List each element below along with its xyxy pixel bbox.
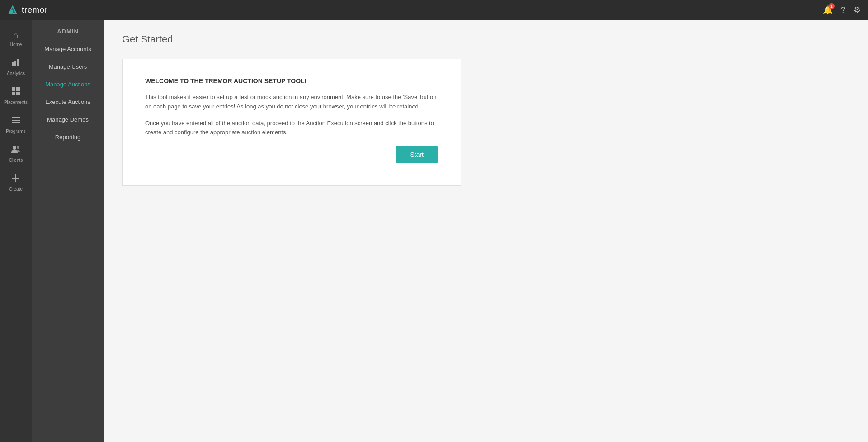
help-icon[interactable]: ? — [841, 5, 845, 15]
notification-icon[interactable]: 🔔 1 — [823, 5, 833, 15]
welcome-card: WELCOME TO THE TREMOR AUCTION SETUP TOOL… — [122, 59, 461, 186]
sidebar-item-reporting[interactable]: Reporting — [32, 128, 104, 146]
sidebar-item-create[interactable]: Create — [0, 168, 32, 197]
svg-point-14 — [17, 146, 19, 149]
welcome-paragraph-1: This tool makes it easier to set up a te… — [145, 93, 438, 112]
topbar: tremor 🔔 1 ? ⚙ — [0, 0, 868, 20]
sidebar-create-label: Create — [9, 187, 23, 192]
home-icon: ⌂ — [13, 30, 19, 40]
sidebar-item-manage-accounts[interactable]: Manage Accounts — [32, 40, 104, 58]
sidebar-icons: ⌂ Home Analytics Placements — [0, 20, 32, 442]
app-brand: tremor — [22, 5, 48, 15]
start-button-container: Start — [145, 146, 438, 163]
svg-rect-6 — [12, 87, 15, 91]
sidebar-placements-label: Placements — [4, 100, 28, 105]
main-layout: ⌂ Home Analytics Placements — [0, 20, 868, 442]
svg-rect-5 — [17, 59, 19, 66]
welcome-paragraph-2: Once you have entered all of the auction… — [145, 119, 438, 138]
placements-icon — [11, 87, 20, 98]
sidebar-clients-label: Clients — [9, 158, 23, 163]
sidebar-item-clients[interactable]: Clients — [0, 139, 32, 168]
start-button[interactable]: Start — [396, 146, 438, 163]
sidebar-analytics-label: Analytics — [7, 71, 25, 76]
welcome-heading: WELCOME TO THE TREMOR AUCTION SETUP TOOL… — [145, 77, 438, 85]
svg-rect-2 — [10, 10, 13, 14]
svg-point-13 — [13, 146, 16, 150]
svg-rect-9 — [16, 92, 20, 95]
notification-badge: 1 — [829, 3, 835, 9]
sidebar-item-analytics[interactable]: Analytics — [0, 52, 32, 81]
svg-rect-11 — [12, 120, 20, 121]
sidebar-item-programs[interactable]: Programs — [0, 110, 32, 139]
admin-sidebar: ADMIN Manage Accounts Manage Users Manag… — [32, 20, 104, 442]
sidebar-item-manage-demos[interactable]: Manage Demos — [32, 111, 104, 128]
sidebar-item-manage-auctions[interactable]: Manage Auctions — [32, 75, 104, 93]
sidebar-item-manage-users[interactable]: Manage Users — [32, 58, 104, 75]
create-icon — [11, 174, 20, 185]
admin-sidebar-title: ADMIN — [32, 20, 104, 40]
svg-rect-4 — [14, 61, 16, 66]
svg-rect-10 — [12, 117, 20, 118]
settings-icon[interactable]: ⚙ — [854, 5, 861, 15]
topbar-right: 🔔 1 ? ⚙ — [823, 5, 861, 15]
svg-rect-8 — [12, 92, 15, 95]
programs-icon — [11, 116, 20, 127]
clients-icon — [11, 145, 20, 156]
sidebar-home-label: Home — [10, 42, 22, 47]
sidebar-item-placements[interactable]: Placements — [0, 81, 32, 110]
svg-rect-7 — [16, 87, 20, 91]
sidebar-item-execute-auctions[interactable]: Execute Auctions — [32, 93, 104, 111]
svg-rect-16 — [12, 178, 19, 179]
analytics-icon — [11, 58, 20, 69]
sidebar-item-home[interactable]: ⌂ Home — [0, 24, 32, 52]
tremor-logo-icon — [7, 5, 18, 15]
page-title: Get Started — [122, 33, 850, 45]
topbar-left: tremor — [7, 5, 48, 15]
sidebar-programs-label: Programs — [6, 129, 25, 134]
svg-rect-12 — [12, 122, 20, 123]
svg-rect-3 — [12, 62, 14, 66]
content-area: Get Started WELCOME TO THE TREMOR AUCTIO… — [104, 20, 868, 442]
